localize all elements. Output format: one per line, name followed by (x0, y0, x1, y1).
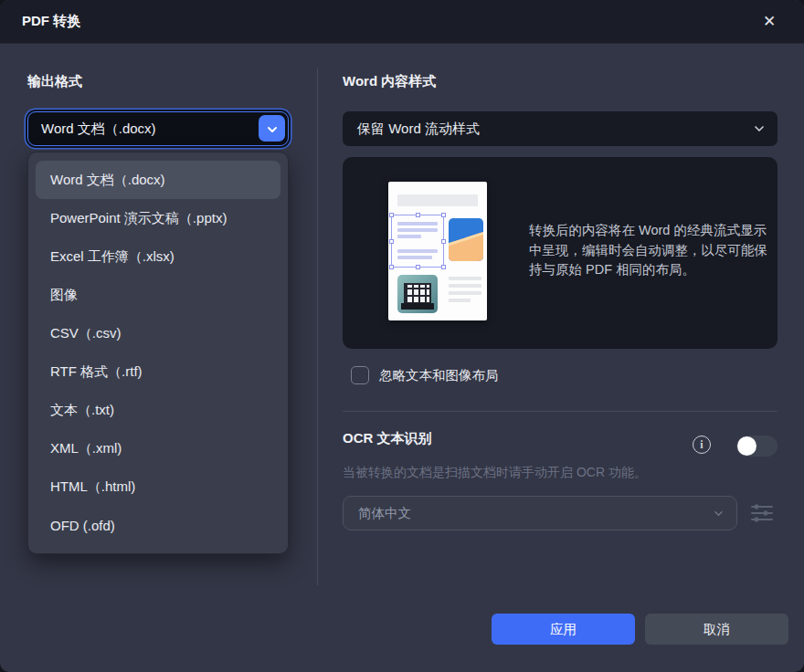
section-divider (343, 411, 778, 412)
ocr-hint: 当被转换的文档是扫描文档时请手动开启 OCR 功能。 (343, 465, 647, 481)
style-preview-panel: 转换后的内容将在 Word 的经典流式显示中呈现，编辑时会自动调整，以尽可能保持… (343, 157, 778, 349)
dropdown-option-txt[interactable]: 文本（.txt) (36, 392, 280, 430)
building-thumbnail (397, 275, 438, 313)
dropdown-option-html[interactable]: HTML（.html) (36, 468, 280, 507)
ignore-layout-row: 忽略文本和图像布局 (351, 366, 499, 384)
toggle-knob (737, 436, 756, 456)
dropdown-option-image[interactable]: 图像 (36, 276, 280, 314)
dropdown-option-ofd[interactable]: OFD (.ofd) (36, 507, 280, 545)
chevron-down-icon (714, 510, 724, 517)
chevron-down-icon (267, 121, 278, 137)
cancel-button[interactable]: 取消 (645, 614, 788, 645)
word-style-select[interactable]: 保留 Word 流动样式 (343, 111, 778, 146)
ocr-language-value: 简体中文 (358, 505, 411, 522)
combobox-dropdown-button[interactable] (259, 115, 285, 142)
ocr-settings-button[interactable] (749, 502, 775, 526)
dropdown-option-csv[interactable]: CSV（.csv) (36, 314, 280, 352)
output-format-dropdown-list: Word 文档（.docx) PowerPoint 演示文稿（.pptx) Ex… (27, 152, 289, 554)
ignore-layout-checkbox[interactable] (351, 366, 369, 384)
pdf-convert-dialog: PDF 转换 ✕ 输出格式 Word 文档（.docx) Word 文档（.do… (0, 0, 804, 672)
word-style-label: Word 内容样式 (343, 73, 436, 90)
page-title-block (397, 194, 478, 206)
style-description: 转换后的内容将在 Word 的经典流式显示中呈现，编辑时会自动调整，以尽可能保持… (529, 221, 770, 280)
info-icon[interactable]: i (693, 436, 711, 454)
column-divider (317, 68, 318, 585)
document-preview-illustration (388, 182, 487, 320)
dropdown-option-docx[interactable]: Word 文档（.docx) (36, 161, 280, 199)
titlebar: PDF 转换 ✕ (0, 0, 804, 44)
dropdown-option-rtf[interactable]: RTF 格式（.rtf) (36, 352, 280, 391)
word-style-value: 保留 Word 流动样式 (357, 121, 480, 138)
dropdown-option-pptx[interactable]: PowerPoint 演示文稿（.pptx) (36, 199, 280, 237)
output-format-label: 输出格式 (27, 73, 82, 90)
ocr-label: OCR 文本识别 (343, 430, 432, 447)
photo-thumbnail (449, 218, 483, 261)
dialog-title: PDF 转换 (22, 13, 80, 30)
ignore-layout-label: 忽略文本和图像布局 (379, 367, 499, 384)
sliders-icon (750, 502, 774, 528)
dropdown-option-xml[interactable]: XML（.xml) (36, 430, 280, 468)
chevron-down-icon (754, 125, 765, 132)
ocr-language-select[interactable]: 简体中文 (343, 496, 737, 530)
output-format-combobox[interactable]: Word 文档（.docx) (27, 111, 289, 146)
dropdown-option-xlsx[interactable]: Excel 工作簿（.xlsx) (36, 237, 280, 276)
apply-button[interactable]: 应用 (492, 614, 635, 645)
close-icon[interactable]: ✕ (756, 9, 782, 35)
text-selection-box (391, 215, 444, 268)
output-format-value: Word 文档（.docx) (41, 121, 156, 138)
ocr-toggle[interactable] (736, 436, 778, 457)
